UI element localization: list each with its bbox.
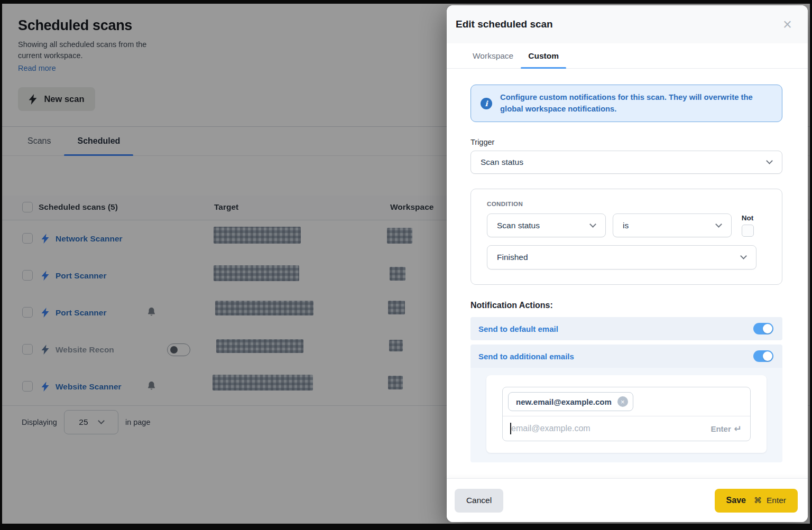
not-label: Not <box>742 214 754 222</box>
not-checkbox[interactable] <box>742 225 754 237</box>
trigger-label: Trigger <box>470 138 782 146</box>
emails-card: new.email@example.com × Enter ↵ <box>486 375 767 453</box>
send-default-email-row: Send to default email <box>470 317 782 340</box>
condition-field-value: Scan status <box>497 221 540 230</box>
close-icon[interactable]: × <box>783 17 792 32</box>
info-banner: i Configure custom notifications for thi… <box>470 85 782 122</box>
modal-tab-bar: Workspace Custom <box>447 43 808 69</box>
enter-key-label: Enter <box>767 496 786 505</box>
info-icon: i <box>481 98 492 109</box>
not-control: Not <box>739 214 756 237</box>
cmd-key-icon: ⌘ <box>754 496 762 505</box>
condition-value-select[interactable]: Finished <box>487 245 756 269</box>
save-label: Save <box>726 496 746 505</box>
tab-workspace[interactable]: Workspace <box>465 43 521 68</box>
toggle-knob <box>763 351 772 361</box>
chevron-down-icon <box>766 157 773 164</box>
chevron-down-icon <box>715 221 722 228</box>
save-button[interactable]: Save ⌘ Enter <box>715 489 798 513</box>
condition-value: Finished <box>497 253 528 262</box>
send-default-email-toggle[interactable] <box>753 323 773 334</box>
notification-actions-heading: Notification Actions: <box>470 301 782 310</box>
trigger-value: Scan status <box>481 157 523 167</box>
enter-key-icon: ↵ <box>734 423 742 434</box>
send-additional-emails-label[interactable]: Send to additional emails <box>478 352 574 361</box>
email-chip: new.email@example.com × <box>508 392 633 411</box>
enter-hint: Enter ↵ <box>710 423 742 434</box>
info-banner-text: Configure custom notifications for this … <box>500 92 772 115</box>
send-additional-emails-row: Send to additional emails <box>470 345 782 368</box>
chevron-down-icon <box>740 253 747 259</box>
trigger-select[interactable]: Scan status <box>470 151 782 174</box>
condition-heading: CONDITION <box>487 201 756 207</box>
email-input[interactable] <box>511 424 710 433</box>
send-additional-emails-toggle[interactable] <box>753 350 773 362</box>
condition-operator-value: is <box>623 221 629 230</box>
condition-field-select[interactable]: Scan status <box>487 213 606 237</box>
additional-emails-panel: new.email@example.com × Enter ↵ <box>470 368 782 462</box>
modal-header: Edit scheduled scan × <box>447 5 808 43</box>
modal-title: Edit scheduled scan <box>456 18 553 30</box>
app-screen: Scheduled scans Showing all scheduled sc… <box>2 4 810 524</box>
enter-hint-text: Enter <box>710 424 731 433</box>
remove-email-icon[interactable]: × <box>617 396 628 407</box>
email-chips-box: new.email@example.com × Enter ↵ <box>502 387 751 441</box>
toggle-knob <box>763 324 772 333</box>
send-default-email-label[interactable]: Send to default email <box>478 324 558 333</box>
modal-body: i Configure custom notifications for thi… <box>447 69 808 478</box>
email-chip-text: new.email@example.com <box>516 397 612 406</box>
edit-scheduled-scan-modal: Edit scheduled scan × Workspace Custom i… <box>447 5 808 522</box>
modal-footer: Cancel Save ⌘ Enter <box>447 478 808 522</box>
save-shortcut: ⌘ Enter <box>754 496 786 505</box>
chevron-down-icon <box>589 221 596 228</box>
condition-operator-select[interactable]: is <box>613 213 732 237</box>
cancel-button[interactable]: Cancel <box>455 489 503 513</box>
condition-card: CONDITION Scan status is Not <box>470 189 782 285</box>
tab-custom[interactable]: Custom <box>521 43 566 68</box>
